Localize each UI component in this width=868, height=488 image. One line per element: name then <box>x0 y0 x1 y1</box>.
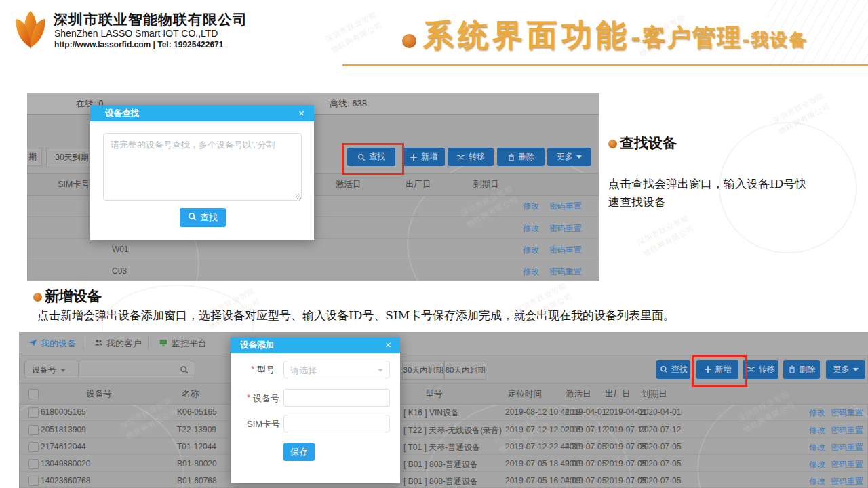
row-checkbox[interactable] <box>28 442 39 452</box>
search-icon[interactable] <box>180 365 189 377</box>
filter-60day[interactable]: 60天内到期 <box>444 361 486 380</box>
add-button[interactable]: 新增 <box>402 148 445 166</box>
edit-link[interactable]: 修改 <box>809 442 825 453</box>
close-icon[interactable]: × <box>385 337 391 353</box>
textarea-resize-handle[interactable] <box>296 194 301 199</box>
expire-filter-30day-label: 30天到期 <box>55 152 88 163</box>
reset-password-link[interactable]: 密码重置 <box>549 201 582 212</box>
company-name-en: ShenZhen LASSO Smart IOT CO.,LTD <box>54 28 218 39</box>
chevron-down-icon <box>60 369 66 372</box>
col-device: 设备号 <box>86 388 112 400</box>
tab-divider <box>83 337 83 349</box>
edit-link[interactable]: 修改 <box>523 245 539 256</box>
edit-link[interactable]: 修改 <box>523 201 539 212</box>
transfer-button-label: 转移 <box>469 151 485 163</box>
activate-cell: 2019-07-05 <box>565 476 606 485</box>
modal-find-button[interactable]: 查找 <box>180 208 226 227</box>
reset-password-link[interactable]: 密码重置 <box>831 407 863 419</box>
search-field-label: 设备号 <box>32 365 56 376</box>
edit-link[interactable]: 修改 <box>523 223 539 235</box>
edit-link[interactable]: 修改 <box>809 459 825 470</box>
col-expire: 到期日 <box>642 388 667 400</box>
model-select-placeholder: 请选择 <box>290 365 317 377</box>
reset-password-link[interactable]: 密码重置 <box>831 442 863 453</box>
reset-password-link[interactable]: 密码重置 <box>831 459 863 470</box>
expire-cell: 2020-07-05 <box>639 459 681 468</box>
edit-link[interactable]: 修改 <box>809 476 825 487</box>
transfer-button[interactable]: 转移 <box>448 148 494 166</box>
reset-password-link[interactable]: 密码重置 <box>831 476 863 487</box>
activate-cell: 2019-04-01 <box>565 407 606 417</box>
tab-my-customers-label: 我的客户 <box>106 338 142 350</box>
row-checkbox[interactable] <box>28 425 39 435</box>
model-cell: [ T22 ] 天琴-无线设备(录音) <box>403 425 502 436</box>
chevron-down-icon <box>378 369 383 372</box>
find-button[interactable]: 查找 <box>656 360 690 379</box>
section-add-body: 点击新增会弹出设备添加窗口，选择设备对应型号、输入设备ID号、SIM卡号保存添加… <box>37 306 848 325</box>
chevron-down-icon <box>576 155 582 159</box>
select-all-checkbox[interactable] <box>28 389 39 399</box>
row-checkbox[interactable] <box>28 407 39 418</box>
company-contact: http://www.lassorfid.com | Tel: 19925422… <box>54 40 223 49</box>
title-sub-device: -我设备 <box>743 29 808 49</box>
table-row: W01 修改 密码重置 <box>27 238 599 260</box>
col-sim: SIM卡号 <box>58 179 90 190</box>
device-number-input[interactable] <box>283 389 390 407</box>
more-button[interactable]: 更多 <box>826 360 865 379</box>
row-checkbox[interactable] <box>28 476 39 486</box>
model-cell: [ K16 ] VIN设备 <box>403 407 459 419</box>
transfer-button[interactable]: 转移 <box>743 360 778 379</box>
search-divider <box>78 361 79 378</box>
save-button[interactable]: 保存 <box>283 443 315 461</box>
col-factory: 出厂日 <box>605 388 631 400</box>
model-cell: C03 <box>112 266 127 276</box>
reset-password-link[interactable]: 密码重置 <box>549 245 582 256</box>
screenshot-device-add: 深圳市联业智能 物联网有限公司 深圳市联业智能 物联网有限公司 深圳市联业智能 … <box>19 332 868 488</box>
col-activate: 激活日 <box>336 179 361 190</box>
col-name: 名称 <box>182 388 199 400</box>
bullet-icon <box>608 140 617 148</box>
delete-button[interactable]: 删除 <box>497 148 545 166</box>
modal-find-button-label: 查找 <box>200 211 218 224</box>
monitor-icon <box>159 338 168 349</box>
expire-filter-partial[interactable]: 期 <box>27 148 42 166</box>
edit-link[interactable]: 修改 <box>809 407 825 419</box>
device-cell: 13049880020 <box>41 459 90 468</box>
model-select[interactable]: 请选择 <box>283 361 390 378</box>
edit-link[interactable]: 修改 <box>809 425 825 436</box>
tab-my-customers[interactable]: 我的客户 <box>94 338 142 350</box>
activate-cell: 2019-07-05 <box>565 442 606 451</box>
reset-password-link[interactable]: 密码重置 <box>549 266 582 278</box>
tab-my-devices[interactable]: 我的设备 <box>28 338 76 350</box>
col-activate: 激活日 <box>566 388 591 400</box>
search-icon <box>660 365 668 373</box>
row-checkbox[interactable] <box>28 459 39 469</box>
device-id-textarea[interactable] <box>103 133 302 201</box>
page-title: 系统界面功能-客户管理-我设备 <box>423 15 808 56</box>
more-button[interactable]: 更多 <box>547 148 591 166</box>
edit-link[interactable]: 修改 <box>523 266 539 278</box>
required-mark: * <box>251 364 254 374</box>
reset-password-link[interactable]: 密码重置 <box>549 223 582 235</box>
chevron-down-icon <box>853 368 859 371</box>
name-cell: T01-12044 <box>177 442 216 451</box>
device-cell: 14023660768 <box>41 476 90 485</box>
search-field-select[interactable]: 设备号 <box>32 365 66 376</box>
device-cell: 2174612044 <box>41 442 86 451</box>
header-divider <box>342 64 868 66</box>
tab-monitor-platform[interactable]: 监控平台 <box>159 338 207 350</box>
filter-30day[interactable]: 30天内到期 <box>402 361 444 380</box>
expire-cell: 2020-07-12 <box>639 425 681 434</box>
close-icon[interactable]: × <box>298 105 304 121</box>
table-row: 2051813909 T22-13909 [ T22 ] 天琴-无线设备(录音)… <box>19 420 868 438</box>
col-location-time: 定位时间 <box>508 388 542 400</box>
delete-button[interactable]: 删除 <box>783 360 820 379</box>
model-cell: [ B01 ] 808-普通设备 <box>403 459 478 470</box>
device-search-box[interactable]: 设备号 <box>24 361 195 378</box>
reset-password-link[interactable]: 密码重置 <box>831 425 863 436</box>
activate-cell: 2019-07-05 <box>565 459 606 468</box>
transfer-icon <box>456 153 465 161</box>
title-sub-customer: -客户管理 <box>631 23 743 51</box>
sim-number-input[interactable] <box>283 415 390 432</box>
delete-icon <box>507 153 515 161</box>
